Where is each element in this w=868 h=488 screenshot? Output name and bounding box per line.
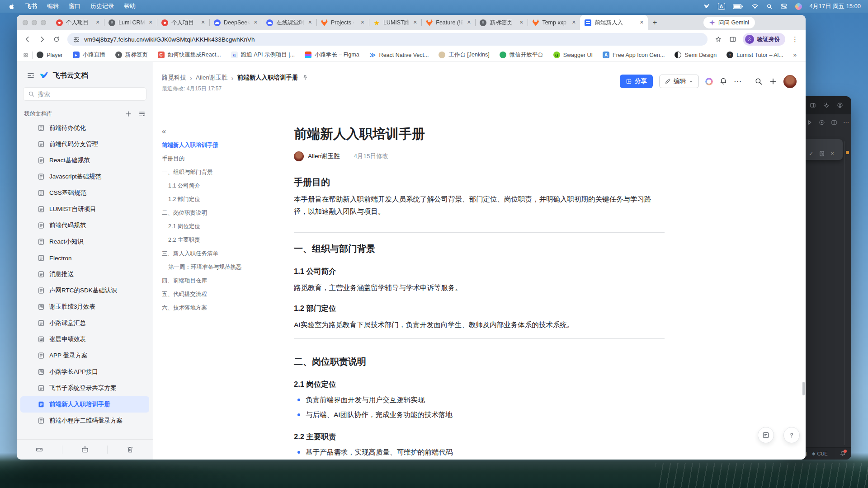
notifications-bell-icon[interactable] xyxy=(719,77,727,85)
sidebar-doc-item[interactable]: 谢玉胜绩3月效表 xyxy=(20,299,149,315)
tab-close-icon[interactable]: × xyxy=(252,19,259,26)
menu-item-help[interactable]: 帮助 xyxy=(119,2,141,10)
service-widget-button[interactable] xyxy=(758,427,774,443)
apps-grid-icon[interactable] xyxy=(23,52,28,59)
editor-run-icon[interactable] xyxy=(807,119,813,126)
sidebar-doc-item[interactable]: CSS基础规范 xyxy=(20,185,149,201)
browser-tab[interactable]: Temp xxp× xyxy=(528,15,580,30)
ai-assistant-icon[interactable] xyxy=(705,78,713,85)
breadcrumb-org[interactable]: 路觅科技 xyxy=(162,74,186,82)
zoom-window-button[interactable] xyxy=(41,20,46,25)
author-name[interactable]: Allen谢玉胜 xyxy=(308,152,340,160)
tab-close-icon[interactable]: × xyxy=(411,19,419,26)
page-scrollbar[interactable] xyxy=(802,382,805,395)
sidebar-doc-item[interactable]: 飞书子系统登录共享方案 xyxy=(20,380,149,396)
bookmark-item[interactable]: 小路学长 – Figma xyxy=(305,51,359,59)
outline-item[interactable]: 二、岗位职责说明 xyxy=(162,206,275,220)
forward-button[interactable] xyxy=(36,33,48,46)
spotlight-search-icon[interactable] xyxy=(766,3,773,9)
menubar-clock[interactable]: 4月17日 周五 15:00 xyxy=(810,2,861,10)
editor-more-icon[interactable]: ⋯ xyxy=(843,119,849,126)
sidebar-doc-item[interactable]: React小知识 xyxy=(20,234,149,250)
apple-menu-icon[interactable] xyxy=(0,3,20,10)
outline-item[interactable]: 一、组织与部门背景 xyxy=(162,165,275,179)
address-bar[interactable]: vm94j8bzy7.feishu.cn/wiki/GJK0wSMtqiAKKH… xyxy=(67,33,708,46)
editor-notification-bell-icon[interactable] xyxy=(840,450,846,457)
tab-close-icon[interactable]: × xyxy=(94,19,101,26)
edit-button[interactable]: 编辑 xyxy=(659,75,699,88)
editor-check-icon[interactable]: ✓ xyxy=(809,150,813,157)
bookmark-item[interactable]: Player xyxy=(37,52,62,58)
breadcrumb-space[interactable]: Allen谢玉胜 xyxy=(196,74,228,82)
search-input[interactable] xyxy=(38,91,142,98)
editor-cue-badge[interactable]: ∗ CUE xyxy=(811,451,828,457)
editor-panel-icon[interactable] xyxy=(810,102,816,108)
outline-item[interactable]: 2.1 岗位定位 xyxy=(162,220,275,233)
breadcrumb-current[interactable]: 前端新人入职培训手册 xyxy=(237,74,298,82)
sidebar-doc-item[interactable]: Javascript基础规范 xyxy=(20,169,149,185)
outline-item[interactable]: 四、前端项目仓库 xyxy=(162,274,275,287)
bookmark-item[interactable]: 微信开放平台 xyxy=(500,51,543,59)
editor-settings-icon[interactable] xyxy=(823,102,830,108)
bookmark-star-icon[interactable] xyxy=(712,33,725,46)
browser-tab[interactable]: DeepSeek× xyxy=(209,15,262,30)
more-actions-icon[interactable]: ⋯ xyxy=(734,77,741,86)
outline-item[interactable]: 手册目的 xyxy=(162,152,275,165)
bookmark-item[interactable]: ↑Lumist Tutor – Al... xyxy=(726,52,783,58)
sort-list-icon[interactable] xyxy=(138,110,146,117)
add-document-icon[interactable] xyxy=(125,110,132,117)
bookmarks-overflow-icon[interactable]: » xyxy=(793,52,799,58)
create-new-icon[interactable] xyxy=(769,77,777,85)
tab-close-icon[interactable]: × xyxy=(307,19,314,26)
sidebar-doc-item[interactable]: Electron xyxy=(20,250,149,266)
tab-close-icon[interactable]: × xyxy=(518,19,525,26)
sidebar-doc-item[interactable]: LUMIST自研项目 xyxy=(20,201,149,217)
workbench-icon[interactable] xyxy=(62,446,108,454)
browser-tab[interactable]: Projects ·× xyxy=(316,15,369,30)
bookmark-item[interactable]: a跑通 API 示例项目 |... xyxy=(231,51,295,59)
menu-item-history[interactable]: 历史记录 xyxy=(85,2,119,10)
sidebar-doc-item[interactable]: 小路课堂汇总 xyxy=(20,315,149,331)
help-button[interactable] xyxy=(783,427,800,443)
bookmark-item[interactable]: {}Swagger UI xyxy=(553,52,593,58)
profile-chip[interactable]: 验证身份 xyxy=(743,33,785,46)
control-center-icon[interactable] xyxy=(780,3,788,10)
close-window-button[interactable] xyxy=(23,20,28,25)
pin-icon[interactable] xyxy=(302,75,308,81)
browser-tab[interactable]: Feature (!6× xyxy=(421,15,475,30)
sidebar-doc-item[interactable]: 消息推送 xyxy=(20,266,149,282)
doc-search-icon[interactable] xyxy=(755,77,763,85)
search-box[interactable] xyxy=(23,87,146,101)
tab-close-icon[interactable]: × xyxy=(638,19,645,26)
outline-item[interactable]: 六、技术落地方案 xyxy=(162,301,275,314)
sidebar-doc-item[interactable]: 声网RTC的SDK基础认识 xyxy=(20,282,149,299)
tab-close-icon[interactable]: × xyxy=(199,19,207,26)
reload-button[interactable] xyxy=(50,33,63,46)
battery-icon[interactable] xyxy=(733,4,744,9)
user-avatar[interactable] xyxy=(783,75,797,88)
menu-app-name[interactable]: 飞书 xyxy=(20,2,42,10)
outline-item[interactable]: 1.2 部门定位 xyxy=(162,192,275,206)
tab-close-icon[interactable]: × xyxy=(465,19,472,26)
browser-menu-icon[interactable]: ⋮ xyxy=(789,35,801,43)
menu-item-window[interactable]: 窗口 xyxy=(64,2,85,10)
back-button[interactable] xyxy=(21,33,34,46)
outline-item[interactable]: 2.2 主要职责 xyxy=(162,233,275,247)
new-tab-button[interactable]: + xyxy=(648,18,661,27)
sidebar-doc-item[interactable]: React基础规范 xyxy=(20,152,149,169)
offline-storage-icon[interactable] xyxy=(17,446,62,454)
browser-tab[interactable]: 在线课堂时× xyxy=(262,15,316,30)
tab-close-icon[interactable]: × xyxy=(570,19,577,26)
bookmark-item[interactable]: 新标签页 xyxy=(115,51,148,59)
browser-tab[interactable]: Lumi CRM× xyxy=(104,15,157,30)
sidebar-doc-item[interactable]: 前端小程序二维码登录方案 xyxy=(20,413,149,429)
outline-item[interactable]: 五、代码提交流程 xyxy=(162,287,275,301)
sidebar-collapse-icon[interactable] xyxy=(27,71,35,80)
bookmark-item[interactable]: ▸小路直播 xyxy=(73,51,105,59)
browser-tab[interactable]: ★LUMIST路× xyxy=(369,15,421,30)
menu-item-edit[interactable]: 编辑 xyxy=(42,2,64,10)
outline-item[interactable]: 1.1 公司简介 xyxy=(162,179,275,192)
minimize-window-button[interactable] xyxy=(32,20,37,25)
browser-tab[interactable]: 个人项目× xyxy=(157,15,209,30)
sidebar-doc-item[interactable]: 前端代码规范 xyxy=(20,217,149,234)
